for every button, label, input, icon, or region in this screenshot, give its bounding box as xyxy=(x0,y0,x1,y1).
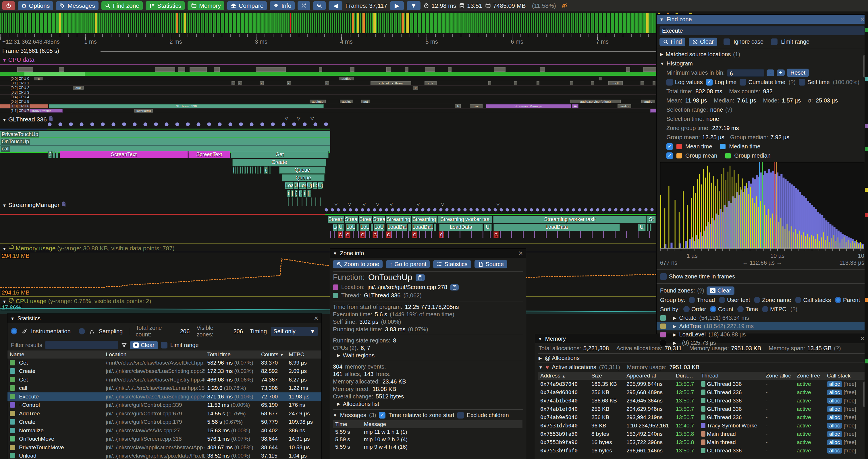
table-row[interactable]: Createjni/../jni/src/claw/base/LuaScript… xyxy=(7,367,321,376)
zone-block[interactable] xyxy=(650,224,651,231)
zone-|~[interactable]: |~ xyxy=(299,190,302,197)
alloc-button[interactable]: alloc xyxy=(827,381,842,387)
message-row[interactable]: 5.59 smip 9 w 4 h 4 (16) xyxy=(333,443,523,451)
found-zone-row[interactable]: ▶Create(54,131) 643.34 ms xyxy=(657,314,868,322)
col-thread[interactable]: Thread xyxy=(699,372,764,380)
cpu-zone-Ti[interactable]: Ti xyxy=(455,104,461,108)
zone-LoU[interactable]: LoU xyxy=(360,224,369,231)
reset-button[interactable]: Reset xyxy=(787,69,809,77)
zone-E[interactable]: E xyxy=(233,166,235,174)
minus-button[interactable]: - xyxy=(767,69,774,76)
table-row[interactable]: calljni/../jni/../../../src/claw/base/Lu… xyxy=(7,384,321,393)
parent-radio[interactable] xyxy=(835,297,841,303)
zone-([interactable]: ( xyxy=(287,190,290,197)
instrumentation-radio[interactable] xyxy=(11,328,17,334)
user-text-radio[interactable] xyxy=(719,297,725,303)
zone-block[interactable] xyxy=(53,151,55,158)
zone-Loa[interactable]: Loa xyxy=(299,182,306,189)
zone-C[interactable]: C xyxy=(493,231,499,238)
zone-|~[interactable]: |~ xyxy=(307,190,311,197)
zone-name-radio[interactable] xyxy=(754,297,760,303)
frames-overview-strip[interactable] xyxy=(0,13,656,33)
zone-block[interactable] xyxy=(244,166,246,174)
zone-Queue[interactable]: Queue xyxy=(282,174,324,182)
message-marker-icon[interactable]: ▽ xyxy=(416,201,420,207)
histogram-tree[interactable]: ▼Histogram xyxy=(657,59,868,68)
filter-input[interactable] xyxy=(45,341,118,349)
table-row[interactable]: Createjni/../jni/src/guif/Control.cpp:17… xyxy=(7,418,321,427)
time-radio[interactable] xyxy=(737,306,744,312)
zone-block[interactable] xyxy=(56,151,58,158)
zone-block[interactable] xyxy=(235,166,237,174)
plus-button[interactable]: + xyxy=(777,69,785,76)
clear-button[interactable]: Clear xyxy=(689,38,717,46)
cpu-zone-mi:tl[interactable]: mi:tl xyxy=(608,81,623,85)
ignore-case-checkbox[interactable] xyxy=(723,38,730,45)
zone-Up[interactable]: Up xyxy=(318,182,323,189)
log-time-checkbox[interactable]: ✓ xyxy=(706,79,713,86)
zone-Streaming worker task[interactable]: Streaming worker task xyxy=(493,216,647,223)
time-relative-checkbox[interactable]: ✓ xyxy=(379,412,385,419)
legend-checkbox[interactable]: ✓ xyxy=(666,143,673,150)
table-row[interactable]: Executejni/../jni/src/claw/base/LuaScrip… xyxy=(7,392,321,401)
alloc-button[interactable]: alloc xyxy=(827,406,842,412)
zone-Strea[interactable]: Strea xyxy=(373,216,385,223)
zone-ScreenText[interactable]: ScreenText xyxy=(60,151,188,158)
zone-LoadData[interactable]: LoadData xyxy=(439,224,483,231)
zone-info-line[interactable]: ▶Allocations list xyxy=(330,400,526,407)
zone-Strean[interactable]: Strean xyxy=(328,216,344,223)
cpu-zone-kworker/u[interactable]: kworker/u xyxy=(134,109,153,112)
zone-C[interactable]: C xyxy=(412,231,417,238)
cpu-zone-auc[interactable]: auc xyxy=(73,86,84,90)
zone-LoadDaU[interactable]: LoadDaU xyxy=(412,224,433,231)
found-zone-row[interactable]: ▶AddTree(18,542) 227.19 ms xyxy=(657,322,868,330)
alloc-button[interactable]: alloc xyxy=(827,439,842,445)
zone-U[interactable]: U xyxy=(294,182,298,189)
message-marker-icon[interactable]: ▽ xyxy=(285,116,288,121)
eye-slash-icon[interactable] xyxy=(561,3,568,9)
alloc-button[interactable]: alloc xyxy=(827,398,842,403)
zone-info-titlebar[interactable]: ▼Zone info✕ xyxy=(330,249,526,258)
zoom-to-zone-button[interactable]: Zoom to zone xyxy=(333,260,382,268)
timing-dropdown[interactable]: Self only▼ xyxy=(271,327,318,336)
cpu-usage-header[interactable]: ▼ CPU usage (y-range: 0.78%, visible dat… xyxy=(2,297,151,304)
zone-block[interactable] xyxy=(356,224,359,231)
zone-St[interactable]: St xyxy=(647,216,656,223)
log-values-checkbox[interactable] xyxy=(666,79,673,86)
cpu-zone-block[interactable] xyxy=(570,81,573,85)
power-button[interactable] xyxy=(2,1,15,10)
copy-location-button[interactable] xyxy=(450,284,459,291)
limit-range-checkbox[interactable] xyxy=(161,342,167,349)
zone-Strea[interactable]: Strea xyxy=(359,216,372,223)
source-button[interactable]: Source xyxy=(474,260,507,268)
mtpc-radio[interactable] xyxy=(762,306,768,312)
cpu-zone-audiose[interactable]: audiose xyxy=(310,100,326,103)
allocation-row[interactable]: 0x7553b9fa508 bytes153,492,240ns13:50.8 … xyxy=(538,430,865,438)
find-zone-button[interactable]: Find zone xyxy=(101,1,143,10)
table-row[interactable]: Get/mnt/e/claw/src/claw/base/Registry.hp… xyxy=(7,375,321,384)
cpu-data-section-header[interactable]: ▼ CPU data xyxy=(2,56,34,63)
zone-block[interactable] xyxy=(250,166,251,174)
limit-range-checkbox[interactable] xyxy=(771,38,777,45)
message-marker-icon[interactable]: ▽ xyxy=(334,201,338,207)
cpu-zone-block[interactable] xyxy=(641,81,644,85)
show-zone-time-checkbox[interactable] xyxy=(660,273,666,280)
zone-block[interactable] xyxy=(257,166,258,174)
cpu-zone-block[interactable] xyxy=(599,77,602,80)
cpu-zone-audio[interactable]: audio xyxy=(641,100,655,103)
message-marker-icon[interactable]: ▽ xyxy=(390,201,393,207)
col-size[interactable]: Size xyxy=(589,372,624,380)
zone-block[interactable] xyxy=(255,166,256,174)
cpu-zone-block[interactable] xyxy=(488,81,491,85)
cumulate-time-checkbox[interactable] xyxy=(740,79,746,86)
right-edge-minimap[interactable] xyxy=(865,12,868,459)
streaming-sample-dots[interactable] xyxy=(324,207,656,212)
zone-U[interactable]: U xyxy=(638,224,646,231)
glthread-sample-dots[interactable] xyxy=(47,122,330,127)
options-button[interactable]: ⚙Options xyxy=(18,1,53,10)
alloc-button[interactable]: alloc xyxy=(827,423,842,429)
allocation-row[interactable]: 0x7553b9fa9016 bytes153,722,396ns13:50.8… xyxy=(538,438,865,446)
alloc-button[interactable]: alloc xyxy=(827,415,842,420)
tools-button[interactable] xyxy=(298,1,310,10)
message-row[interactable]: 5.59 smip 10 w 2 h 2 (4) xyxy=(333,436,523,443)
